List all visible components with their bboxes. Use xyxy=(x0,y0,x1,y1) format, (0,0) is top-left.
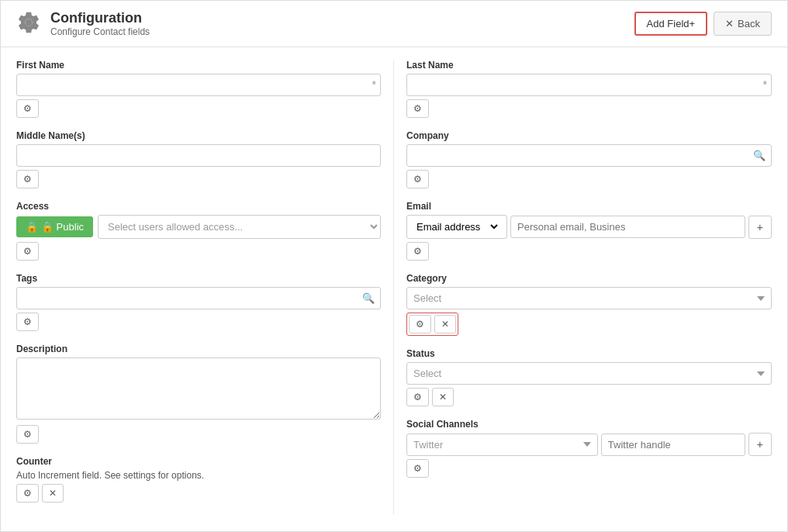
add-field-button[interactable]: Add Field+ xyxy=(634,12,708,36)
access-wrench-button[interactable]: ⚙ xyxy=(16,242,39,261)
description-textarea[interactable] xyxy=(16,358,381,420)
right-column: Last Name * ⚙ Company 🔍 ⚙ xyxy=(394,60,772,515)
left-column: First Name * ⚙ Middle Name(s) ⚙ xyxy=(16,60,394,515)
tags-input[interactable] xyxy=(16,287,381,309)
first-name-input-wrap: * xyxy=(16,74,381,96)
email-label: Email xyxy=(406,201,772,212)
wrench-icon: ⚙ xyxy=(413,174,422,185)
middle-name-group: Middle Name(s) ⚙ xyxy=(16,130,381,188)
wrench-icon: ⚙ xyxy=(413,246,422,257)
svg-point-0 xyxy=(25,19,32,26)
wrench-icon: ⚙ xyxy=(23,103,32,114)
email-wrench-button[interactable]: ⚙ xyxy=(406,242,429,261)
last-name-input[interactable] xyxy=(406,74,772,96)
first-name-asterisk: * xyxy=(372,78,376,91)
social-add-button[interactable]: + xyxy=(748,433,772,456)
last-name-asterisk: * xyxy=(763,78,767,91)
wrench-icon: ⚙ xyxy=(23,246,32,257)
category-actions: ⚙ ✕ xyxy=(406,313,458,336)
social-platform-select[interactable]: Twitter Facebook LinkedIn xyxy=(406,434,598,456)
lock-icon: 🔒 xyxy=(26,221,38,233)
wrench-icon: ⚙ xyxy=(416,319,424,330)
email-type-select-wrap: Email address xyxy=(406,215,507,239)
last-name-wrench-button[interactable]: ⚙ xyxy=(406,99,429,118)
tags-search-icon: 🔍 xyxy=(362,292,375,304)
social-channels-group: Social Channels Twitter Facebook LinkedI… xyxy=(406,419,772,478)
company-search-icon: 🔍 xyxy=(753,150,766,161)
wrench-icon: ⚙ xyxy=(23,429,32,440)
counter-label: Counter xyxy=(16,456,381,467)
email-type-select[interactable]: Email address xyxy=(413,220,500,233)
status-remove-button[interactable]: ✕ xyxy=(432,388,454,406)
status-select[interactable]: Select xyxy=(406,362,772,385)
main-content: First Name * ⚙ Middle Name(s) ⚙ xyxy=(1,47,787,527)
status-wrench-button[interactable]: ⚙ xyxy=(406,388,429,406)
social-handle-input[interactable] xyxy=(601,434,745,456)
company-input-wrap: 🔍 xyxy=(406,144,772,167)
social-wrench-button[interactable]: ⚙ xyxy=(406,459,429,478)
access-label: Access xyxy=(16,201,381,212)
back-icon: ✕ xyxy=(725,18,734,29)
counter-remove-button[interactable]: ✕ xyxy=(42,484,64,503)
access-group: Access 🔒 🔒 Public Select users allowed a… xyxy=(16,201,381,261)
status-actions: ⚙ ✕ xyxy=(406,388,772,406)
header: Configuration Configure Contact fields A… xyxy=(1,1,787,47)
close-icon: ✕ xyxy=(439,392,447,402)
tags-group: Tags 🔍 ⚙ xyxy=(16,273,381,331)
description-wrench-button[interactable]: ⚙ xyxy=(16,425,39,444)
middle-name-input[interactable] xyxy=(16,144,381,167)
plus-icon: + xyxy=(757,221,763,233)
first-name-label: First Name xyxy=(16,60,381,71)
plus-icon: + xyxy=(757,438,763,451)
company-label: Company xyxy=(406,130,772,141)
wrench-icon: ⚙ xyxy=(413,463,422,474)
middle-name-wrench-button[interactable]: ⚙ xyxy=(16,170,39,188)
header-titles: Configuration Configure Contact fields xyxy=(50,10,150,37)
counter-actions: ⚙ ✕ xyxy=(16,484,381,503)
back-label: Back xyxy=(738,18,760,29)
close-icon: ✕ xyxy=(49,488,57,499)
public-button[interactable]: 🔒 🔒 Public xyxy=(16,216,93,237)
counter-wrench-button[interactable]: ⚙ xyxy=(16,484,39,503)
category-label: Category xyxy=(406,273,772,284)
tags-input-wrap: 🔍 xyxy=(16,287,381,309)
access-row: 🔒 🔒 Public Select users allowed access..… xyxy=(16,215,381,239)
wrench-icon: ⚙ xyxy=(23,488,32,499)
public-label: 🔒 Public xyxy=(41,221,84,233)
category-select[interactable]: Select xyxy=(406,287,772,309)
wrench-icon: ⚙ xyxy=(413,103,422,114)
email-add-button[interactable]: + xyxy=(748,216,772,239)
status-group: Status Select ⚙ ✕ xyxy=(406,348,772,406)
middle-name-input-wrap xyxy=(16,144,381,167)
back-button[interactable]: ✕ Back xyxy=(714,12,772,36)
page-title: Configuration xyxy=(50,10,150,26)
wrench-icon: ⚙ xyxy=(413,392,422,402)
category-wrench-button[interactable]: ⚙ xyxy=(409,315,431,333)
email-group: Email Email address + ⚙ xyxy=(406,201,772,261)
category-remove-button[interactable]: ✕ xyxy=(434,315,456,333)
email-placeholder-input[interactable] xyxy=(510,216,745,238)
counter-note: Auto Increment field. See settings for o… xyxy=(16,470,381,481)
email-row: Email address + xyxy=(406,215,772,239)
header-actions: Add Field+ ✕ Back xyxy=(634,12,772,36)
status-label: Status xyxy=(406,348,772,359)
first-name-input[interactable] xyxy=(16,74,381,96)
first-name-wrench-button[interactable]: ⚙ xyxy=(16,99,39,118)
counter-group: Counter Auto Increment field. See settin… xyxy=(16,456,381,503)
wrench-icon: ⚙ xyxy=(23,316,32,327)
company-input[interactable] xyxy=(406,144,772,167)
tags-wrench-button[interactable]: ⚙ xyxy=(16,313,39,331)
tags-label: Tags xyxy=(16,273,381,284)
access-users-select[interactable]: Select users allowed access... xyxy=(98,215,381,239)
company-wrench-button[interactable]: ⚙ xyxy=(406,170,429,188)
middle-name-label: Middle Name(s) xyxy=(16,130,381,141)
social-row: Twitter Facebook LinkedIn + xyxy=(406,433,772,456)
last-name-group: Last Name * ⚙ xyxy=(406,60,772,118)
page-subtitle: Configure Contact fields xyxy=(50,26,150,37)
gear-icon xyxy=(16,10,41,37)
wrench-icon: ⚙ xyxy=(23,174,32,185)
description-group: Description ⚙ xyxy=(16,344,381,444)
last-name-input-wrap: * xyxy=(406,74,772,96)
first-name-group: First Name * ⚙ xyxy=(16,60,381,118)
company-group: Company 🔍 ⚙ xyxy=(406,130,772,188)
